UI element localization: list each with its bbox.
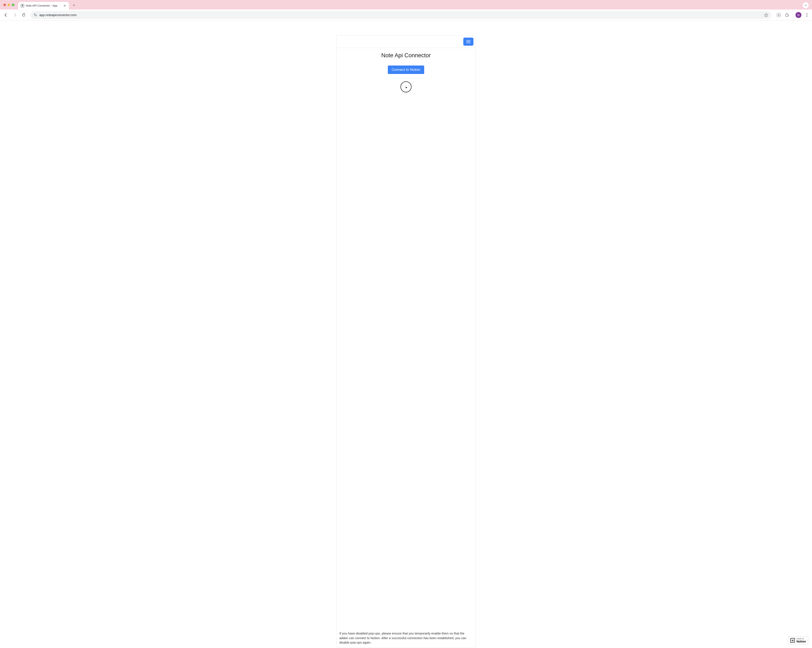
svg-point-0 xyxy=(34,14,35,15)
kebab-icon xyxy=(806,12,808,18)
extensions-button[interactable] xyxy=(784,12,789,18)
reload-icon xyxy=(21,13,26,17)
page-content: Note Api Connector Connect to Notion ➤ I… xyxy=(0,20,812,648)
star-icon xyxy=(764,13,768,17)
window-controls xyxy=(3,4,14,6)
avatar-letter: m xyxy=(797,13,800,17)
minimize-window-button[interactable] xyxy=(8,4,10,6)
toolbar-actions: A m xyxy=(776,12,809,18)
svg-point-2 xyxy=(36,15,37,16)
made-for-notion-badge[interactable]: N Made for Notion xyxy=(788,636,808,645)
browser-menu-button[interactable] xyxy=(804,12,809,18)
app-title: Note Api Connector xyxy=(381,52,431,59)
back-button[interactable] xyxy=(3,12,9,18)
puzzle-icon xyxy=(785,13,789,17)
app-panel: Note Api Connector Connect to Notion ➤ I… xyxy=(336,35,476,648)
browser-chrome: A Note API Connector - App ✕ + xyxy=(0,0,812,9)
browser-toolbar: app.noteapiconnector.com A m xyxy=(0,9,812,20)
notion-logo-icon: N xyxy=(790,638,795,643)
panel-body: Note Api Connector Connect to Notion ➤ xyxy=(336,48,476,628)
profile-avatar[interactable]: m xyxy=(795,12,801,18)
panel-header xyxy=(336,35,476,48)
tab-search-button[interactable] xyxy=(803,2,809,8)
close-window-button[interactable] xyxy=(3,4,6,6)
arrow-right-icon xyxy=(13,13,17,17)
extension-a-button[interactable]: A xyxy=(776,12,781,18)
close-tab-button[interactable]: ✕ xyxy=(63,4,66,8)
bookmark-button[interactable] xyxy=(764,13,768,17)
tab-bar: A Note API Connector - App ✕ + xyxy=(0,0,812,9)
connect-to-notion-button[interactable]: Connect to Notion xyxy=(388,66,424,74)
cursor-highlight-icon: ➤ xyxy=(400,81,412,92)
notion-badge-text: Made for Notion xyxy=(797,638,806,643)
tab-favicon-icon: A xyxy=(21,4,24,8)
tab-title: Note API Connector - App xyxy=(26,4,61,7)
chevron-down-icon xyxy=(804,4,807,6)
site-info-button[interactable] xyxy=(34,13,37,17)
address-bar[interactable]: app.noteapiconnector.com xyxy=(31,11,771,19)
menu-toggle-button[interactable] xyxy=(463,38,473,46)
maximize-window-button[interactable] xyxy=(12,4,14,6)
tune-icon xyxy=(34,13,37,17)
hamburger-line xyxy=(466,43,470,43)
forward-button[interactable] xyxy=(11,12,18,18)
cursor-arrow-icon: ➤ xyxy=(405,86,408,89)
reload-button[interactable] xyxy=(20,12,27,18)
url-text: app.noteapiconnector.com xyxy=(39,13,762,17)
badge-line2: Notion xyxy=(797,640,806,643)
letter-a-icon: A xyxy=(777,13,781,17)
arrow-left-icon xyxy=(4,13,8,17)
hamburger-line xyxy=(466,40,470,41)
new-tab-button[interactable]: + xyxy=(71,3,77,8)
popup-warning-text: If you have disabled pop-ups, please ens… xyxy=(336,628,476,648)
hamburger-line xyxy=(466,41,470,42)
browser-tab[interactable]: A Note API Connector - App ✕ xyxy=(18,2,69,9)
